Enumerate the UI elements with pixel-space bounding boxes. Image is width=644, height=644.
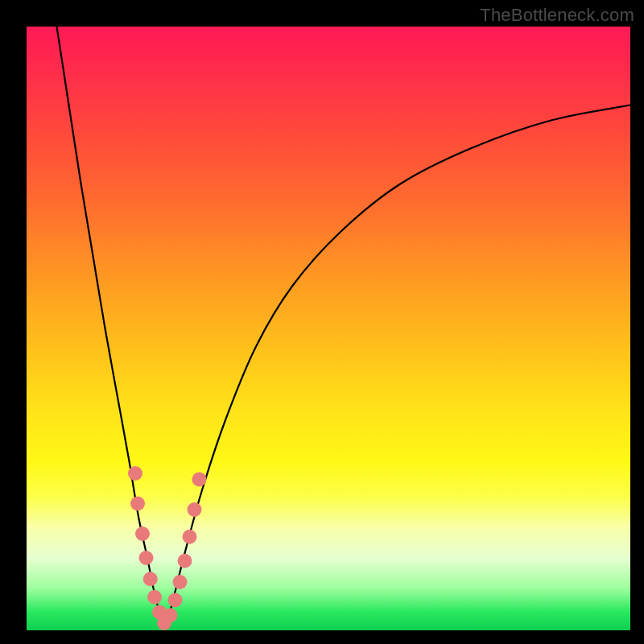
marker-dot — [183, 530, 197, 544]
plot-area — [27, 27, 630, 630]
marker-dot — [168, 593, 183, 608]
marker-dot — [143, 572, 158, 586]
marker-dot — [139, 551, 154, 565]
marker-dot — [130, 497, 145, 511]
marker-dot — [188, 502, 202, 517]
marker-dot — [163, 608, 178, 622]
marker-dot — [147, 590, 162, 605]
marker-group — [128, 466, 207, 630]
marker-dot — [192, 473, 207, 487]
marker-dot — [135, 526, 150, 541]
curve-right-arm — [164, 105, 630, 628]
watermark-text: TheBottleneck.com — [480, 5, 634, 26]
chart-frame: TheBottleneck.com — [0, 0, 644, 644]
curve-layer — [27, 27, 630, 630]
marker-dot — [178, 554, 192, 568]
marker-dot — [173, 575, 188, 589]
marker-dot — [128, 466, 142, 481]
